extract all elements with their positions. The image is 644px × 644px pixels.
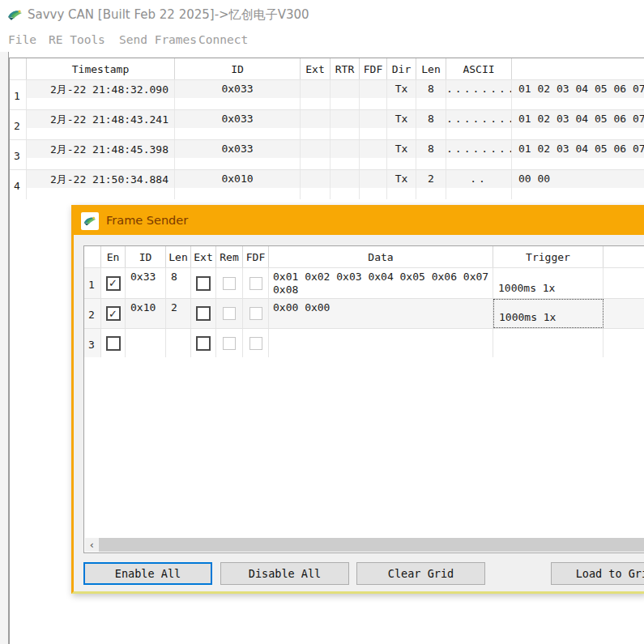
cell-id[interactable]: 0x10 (126, 299, 166, 328)
row-number: 1 (84, 268, 101, 298)
cell-extra (603, 329, 644, 357)
header-data[interactable]: Data (269, 246, 493, 267)
header-fdf[interactable]: FDF (360, 58, 387, 79)
scroll-left-arrow-icon[interactable]: ‹ (85, 538, 99, 552)
cell-fdf (360, 140, 387, 169)
cell-id[interactable]: 0x33 (126, 268, 166, 298)
header-ext[interactable]: Ext (191, 246, 216, 267)
ext-checkbox[interactable] (196, 306, 211, 321)
header-fdf[interactable]: FDF (243, 246, 269, 267)
rem-checkbox (223, 337, 236, 350)
cell-en: ✓ (101, 299, 126, 328)
sender-row[interactable]: 2 ✓ 0x10 2 0x00 0x00 (84, 298, 644, 328)
row-number: 3 (84, 329, 101, 357)
disable-all-button[interactable]: Disable All (220, 562, 349, 585)
header-ascii[interactable]: ASCII (446, 58, 512, 79)
header-id[interactable]: ID (126, 246, 166, 267)
cell-dir: Tx (387, 80, 416, 109)
clear-grid-button[interactable]: Clear Grid (356, 562, 485, 585)
cell-ext (301, 80, 331, 109)
en-checkbox[interactable] (106, 336, 121, 351)
sender-row[interactable]: 3 (84, 328, 644, 357)
en-checkbox[interactable]: ✓ (106, 276, 121, 291)
menu-send-frames[interactable]: Send Frames (119, 33, 197, 46)
header-rtr[interactable]: RTR (331, 58, 360, 79)
app-icon (6, 6, 23, 23)
en-checkbox[interactable]: ✓ (106, 306, 121, 321)
header-ext[interactable]: Ext (301, 58, 331, 79)
sender-row[interactable]: 1 ✓ 0x33 8 0x01 0x02 0x03 0x04 (84, 267, 644, 298)
window-titlebar: Savvy CAN [Built Feb 22 2025]->忆创电子V300 (0, 0, 644, 31)
cell-extra (603, 299, 644, 328)
cell-ext (301, 140, 331, 169)
cell-len[interactable]: 2 (166, 299, 191, 328)
cell-ascii: ........ (446, 140, 512, 169)
cell-len[interactable]: 8 (166, 268, 191, 298)
cell-trigger[interactable]: 1000ms 1x (493, 268, 603, 298)
cell-len: 8 (416, 110, 446, 139)
cell-data: 01 02 03 04 05 06 07 08 (512, 110, 644, 139)
cell-data[interactable]: 0x01 0x02 0x03 0x04 0x05 0x06 0x07 0x08 (269, 268, 493, 298)
cell-rem (216, 329, 243, 357)
header-data (512, 58, 644, 79)
load-to-grid-button[interactable]: Load to Grid (551, 562, 644, 585)
frames-table-header: Timestamp ID Ext RTR FDF Dir Len ASCII (10, 58, 644, 79)
cell-id: 0x033 (175, 110, 301, 139)
cell-extra (603, 268, 644, 298)
row-number: 3 (10, 140, 27, 169)
rem-checkbox (223, 307, 236, 320)
header-timestamp[interactable]: Timestamp (27, 58, 175, 79)
cell-rem (216, 268, 243, 298)
cell-data[interactable]: 0x00 0x00 (269, 299, 493, 328)
cell-dir: Tx (387, 140, 416, 169)
cell-rtr (331, 170, 360, 199)
cell-trigger-focused[interactable]: 1000ms 1x (493, 299, 603, 328)
cell-rtr (331, 110, 360, 139)
cell-timestamp: 2月-22 21:50:34.884 (27, 170, 175, 199)
header-rownum (10, 58, 27, 79)
frame-sender-header: En ID Len Ext Rem FDF Data Trigger (84, 246, 644, 267)
row-number: 4 (10, 170, 27, 199)
savvycan-window: Savvy CAN [Built Feb 22 2025]->忆创电子V300 … (0, 0, 644, 644)
cell-id: 0x010 (175, 170, 301, 199)
scrollbar-thumb[interactable] (99, 538, 644, 552)
table-row[interactable]: 1 2月-22 21:48:32.090 0x033 Tx 8 ........… (10, 79, 644, 109)
enable-all-button[interactable]: Enable All (83, 562, 212, 585)
header-trigger[interactable]: Trigger (493, 246, 603, 267)
cell-en: ✓ (101, 268, 126, 298)
cell-id[interactable] (126, 329, 166, 357)
header-dir[interactable]: Dir (387, 58, 416, 79)
frame-sender-icon-box (81, 212, 99, 230)
cell-data: 00 00 (512, 170, 644, 199)
header-rem[interactable]: Rem (216, 246, 243, 267)
header-en[interactable]: En (101, 246, 126, 267)
ext-checkbox[interactable] (196, 276, 211, 291)
window-title: Savvy CAN [Built Feb 22 2025]->忆创电子V300 (28, 7, 309, 23)
header-len[interactable]: Len (166, 246, 191, 267)
cell-len[interactable] (166, 329, 191, 357)
header-id[interactable]: ID (175, 58, 301, 79)
rem-checkbox (223, 277, 236, 290)
table-row[interactable]: 2 2月-22 21:48:43.241 0x033 Tx 8 ........… (10, 109, 644, 139)
table-row[interactable]: 4 2月-22 21:50:34.884 0x010 Tx 2 .. 00 00 (10, 169, 644, 199)
header-len[interactable]: Len (416, 58, 446, 79)
ext-checkbox[interactable] (196, 336, 211, 351)
frame-sender-titlebar[interactable]: Frame Sender (74, 207, 644, 235)
table-row[interactable]: 3 2月-22 21:48:45.398 0x033 Tx 8 ........… (10, 139, 644, 169)
frame-sender-body: En ID Len Ext Rem FDF Data Trigger 1 ✓ (74, 235, 644, 591)
row-number: 2 (84, 299, 101, 328)
cell-len: 8 (416, 140, 446, 169)
menu-connect[interactable]: Connect (198, 33, 248, 46)
horizontal-scrollbar[interactable]: ‹ (85, 538, 644, 552)
cell-rtr (331, 80, 360, 109)
cell-ext (191, 329, 216, 357)
menu-file[interactable]: File (8, 33, 36, 46)
cell-trigger[interactable] (493, 329, 603, 357)
cell-data[interactable] (269, 329, 493, 357)
cell-rem (216, 299, 243, 328)
menu-re-tools[interactable]: RE Tools (49, 33, 105, 46)
cell-timestamp: 2月-22 21:48:43.241 (27, 110, 175, 139)
cell-ext (191, 268, 216, 298)
checkmark-icon: ✓ (109, 278, 117, 288)
cell-fdf (360, 170, 387, 199)
